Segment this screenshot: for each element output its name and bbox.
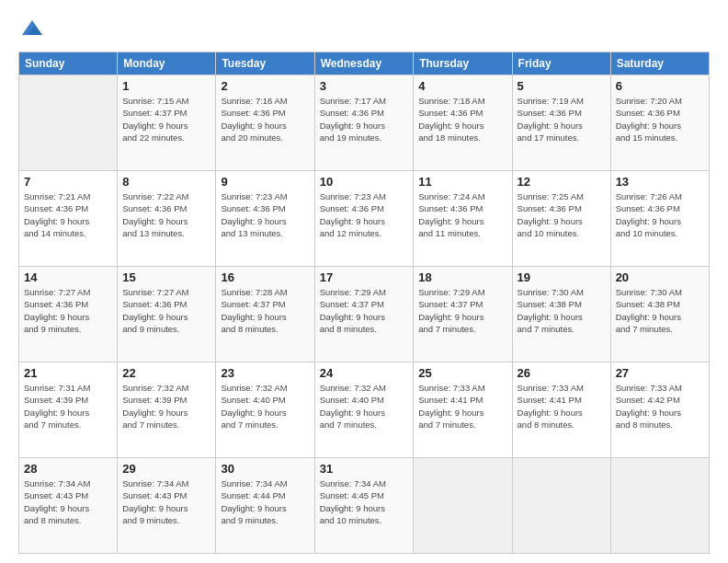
day-number: 5 bbox=[518, 79, 606, 93]
day-number: 8 bbox=[122, 175, 210, 189]
day-info: Sunrise: 7:27 AM Sunset: 4:36 PM Dayligh… bbox=[122, 286, 210, 335]
calendar-cell: 9Sunrise: 7:23 AM Sunset: 4:36 PM Daylig… bbox=[216, 171, 314, 267]
header-day-monday: Monday bbox=[118, 52, 216, 75]
header-day-sunday: Sunday bbox=[19, 52, 118, 75]
day-number: 13 bbox=[616, 175, 704, 189]
day-number: 19 bbox=[518, 270, 606, 284]
calendar-cell: 27Sunrise: 7:33 AM Sunset: 4:42 PM Dayli… bbox=[610, 362, 709, 458]
calendar-body: 1Sunrise: 7:15 AM Sunset: 4:37 PM Daylig… bbox=[19, 75, 710, 554]
calendar-cell: 31Sunrise: 7:34 AM Sunset: 4:45 PM Dayli… bbox=[314, 458, 414, 554]
calendar-cell: 15Sunrise: 7:27 AM Sunset: 4:36 PM Dayli… bbox=[118, 267, 216, 362]
day-number: 27 bbox=[616, 366, 704, 380]
day-number: 12 bbox=[518, 175, 606, 189]
calendar-cell: 28Sunrise: 7:34 AM Sunset: 4:43 PM Dayli… bbox=[19, 458, 118, 554]
calendar-cell: 20Sunrise: 7:30 AM Sunset: 4:38 PM Dayli… bbox=[610, 267, 709, 362]
day-info: Sunrise: 7:16 AM Sunset: 4:36 PM Dayligh… bbox=[221, 95, 309, 144]
day-number: 17 bbox=[320, 270, 409, 284]
logo bbox=[18, 17, 50, 44]
week-row-4: 21Sunrise: 7:31 AM Sunset: 4:39 PM Dayli… bbox=[19, 362, 710, 458]
day-number: 26 bbox=[518, 366, 606, 380]
day-info: Sunrise: 7:32 AM Sunset: 4:40 PM Dayligh… bbox=[320, 382, 409, 431]
week-row-2: 7Sunrise: 7:21 AM Sunset: 4:36 PM Daylig… bbox=[19, 171, 710, 267]
day-info: Sunrise: 7:31 AM Sunset: 4:39 PM Dayligh… bbox=[24, 382, 112, 431]
calendar-table: SundayMondayTuesdayWednesdayThursdayFrid… bbox=[18, 52, 710, 554]
day-info: Sunrise: 7:34 AM Sunset: 4:43 PM Dayligh… bbox=[24, 477, 112, 526]
calendar-cell: 16Sunrise: 7:28 AM Sunset: 4:37 PM Dayli… bbox=[216, 267, 314, 362]
day-info: Sunrise: 7:28 AM Sunset: 4:37 PM Dayligh… bbox=[221, 286, 309, 335]
day-number: 3 bbox=[320, 79, 409, 93]
day-number: 31 bbox=[320, 462, 409, 476]
calendar-cell: 13Sunrise: 7:26 AM Sunset: 4:36 PM Dayli… bbox=[610, 171, 709, 267]
calendar-cell: 7Sunrise: 7:21 AM Sunset: 4:36 PM Daylig… bbox=[19, 171, 118, 267]
day-info: Sunrise: 7:29 AM Sunset: 4:37 PM Dayligh… bbox=[418, 286, 506, 335]
day-info: Sunrise: 7:33 AM Sunset: 4:41 PM Dayligh… bbox=[518, 382, 606, 431]
day-number: 7 bbox=[24, 175, 112, 189]
day-info: Sunrise: 7:20 AM Sunset: 4:36 PM Dayligh… bbox=[616, 95, 704, 144]
day-info: Sunrise: 7:21 AM Sunset: 4:36 PM Dayligh… bbox=[24, 190, 112, 239]
calendar-cell: 3Sunrise: 7:17 AM Sunset: 4:36 PM Daylig… bbox=[314, 75, 414, 171]
day-info: Sunrise: 7:24 AM Sunset: 4:36 PM Dayligh… bbox=[418, 190, 506, 239]
day-info: Sunrise: 7:22 AM Sunset: 4:36 PM Dayligh… bbox=[122, 190, 210, 239]
day-number: 20 bbox=[616, 270, 704, 284]
calendar-cell: 26Sunrise: 7:33 AM Sunset: 4:41 PM Dayli… bbox=[512, 362, 610, 458]
day-number: 14 bbox=[24, 270, 112, 284]
calendar-cell bbox=[610, 458, 709, 554]
day-info: Sunrise: 7:15 AM Sunset: 4:37 PM Dayligh… bbox=[122, 95, 210, 144]
header-day-wednesday: Wednesday bbox=[314, 52, 414, 75]
day-info: Sunrise: 7:33 AM Sunset: 4:42 PM Dayligh… bbox=[616, 382, 704, 431]
day-number: 1 bbox=[122, 79, 210, 93]
day-info: Sunrise: 7:17 AM Sunset: 4:36 PM Dayligh… bbox=[320, 95, 409, 144]
calendar-header: SundayMondayTuesdayWednesdayThursdayFrid… bbox=[19, 52, 710, 75]
day-info: Sunrise: 7:32 AM Sunset: 4:40 PM Dayligh… bbox=[221, 382, 309, 431]
day-number: 6 bbox=[616, 79, 704, 93]
header-day-friday: Friday bbox=[512, 52, 610, 75]
day-number: 18 bbox=[418, 270, 506, 284]
day-info: Sunrise: 7:23 AM Sunset: 4:36 PM Dayligh… bbox=[320, 190, 409, 239]
calendar-cell: 10Sunrise: 7:23 AM Sunset: 4:36 PM Dayli… bbox=[314, 171, 414, 267]
week-row-1: 1Sunrise: 7:15 AM Sunset: 4:37 PM Daylig… bbox=[19, 75, 710, 171]
calendar-cell: 25Sunrise: 7:33 AM Sunset: 4:41 PM Dayli… bbox=[414, 362, 512, 458]
calendar-cell: 12Sunrise: 7:25 AM Sunset: 4:36 PM Dayli… bbox=[512, 171, 610, 267]
calendar-cell bbox=[414, 458, 512, 554]
day-number: 4 bbox=[418, 79, 506, 93]
day-number: 21 bbox=[24, 366, 112, 380]
calendar-cell: 8Sunrise: 7:22 AM Sunset: 4:36 PM Daylig… bbox=[118, 171, 216, 267]
day-number: 23 bbox=[221, 366, 309, 380]
calendar-cell: 1Sunrise: 7:15 AM Sunset: 4:37 PM Daylig… bbox=[118, 75, 216, 171]
calendar-cell bbox=[512, 458, 610, 554]
day-info: Sunrise: 7:32 AM Sunset: 4:39 PM Dayligh… bbox=[122, 382, 210, 431]
calendar-cell: 2Sunrise: 7:16 AM Sunset: 4:36 PM Daylig… bbox=[216, 75, 314, 171]
day-info: Sunrise: 7:27 AM Sunset: 4:36 PM Dayligh… bbox=[24, 286, 112, 335]
calendar-cell: 11Sunrise: 7:24 AM Sunset: 4:36 PM Dayli… bbox=[414, 171, 512, 267]
day-number: 30 bbox=[221, 462, 309, 476]
day-info: Sunrise: 7:25 AM Sunset: 4:36 PM Dayligh… bbox=[518, 190, 606, 239]
calendar-cell: 29Sunrise: 7:34 AM Sunset: 4:43 PM Dayli… bbox=[118, 458, 216, 554]
day-number: 15 bbox=[122, 270, 210, 284]
calendar-cell: 4Sunrise: 7:18 AM Sunset: 4:36 PM Daylig… bbox=[414, 75, 512, 171]
day-number: 28 bbox=[24, 462, 112, 476]
header-day-thursday: Thursday bbox=[414, 52, 512, 75]
calendar-cell: 18Sunrise: 7:29 AM Sunset: 4:37 PM Dayli… bbox=[414, 267, 512, 362]
day-number: 24 bbox=[320, 366, 409, 380]
day-info: Sunrise: 7:34 AM Sunset: 4:43 PM Dayligh… bbox=[122, 477, 210, 526]
day-info: Sunrise: 7:34 AM Sunset: 4:44 PM Dayligh… bbox=[221, 477, 309, 526]
logo-icon bbox=[18, 17, 46, 44]
day-number: 10 bbox=[320, 175, 409, 189]
calendar-cell: 5Sunrise: 7:19 AM Sunset: 4:36 PM Daylig… bbox=[512, 75, 610, 171]
day-info: Sunrise: 7:19 AM Sunset: 4:36 PM Dayligh… bbox=[518, 95, 606, 144]
day-info: Sunrise: 7:26 AM Sunset: 4:36 PM Dayligh… bbox=[616, 190, 704, 239]
day-number: 2 bbox=[221, 79, 309, 93]
day-info: Sunrise: 7:33 AM Sunset: 4:41 PM Dayligh… bbox=[418, 382, 506, 431]
calendar-cell: 17Sunrise: 7:29 AM Sunset: 4:37 PM Dayli… bbox=[314, 267, 414, 362]
header bbox=[18, 17, 710, 44]
page: SundayMondayTuesdayWednesdayThursdayFrid… bbox=[0, 0, 728, 563]
day-info: Sunrise: 7:18 AM Sunset: 4:36 PM Dayligh… bbox=[418, 95, 506, 144]
day-info: Sunrise: 7:30 AM Sunset: 4:38 PM Dayligh… bbox=[616, 286, 704, 335]
header-day-tuesday: Tuesday bbox=[216, 52, 314, 75]
calendar-cell: 21Sunrise: 7:31 AM Sunset: 4:39 PM Dayli… bbox=[19, 362, 118, 458]
day-number: 16 bbox=[221, 270, 309, 284]
calendar-cell bbox=[19, 75, 118, 171]
day-info: Sunrise: 7:29 AM Sunset: 4:37 PM Dayligh… bbox=[320, 286, 409, 335]
calendar-cell: 30Sunrise: 7:34 AM Sunset: 4:44 PM Dayli… bbox=[216, 458, 314, 554]
calendar-cell: 6Sunrise: 7:20 AM Sunset: 4:36 PM Daylig… bbox=[610, 75, 709, 171]
